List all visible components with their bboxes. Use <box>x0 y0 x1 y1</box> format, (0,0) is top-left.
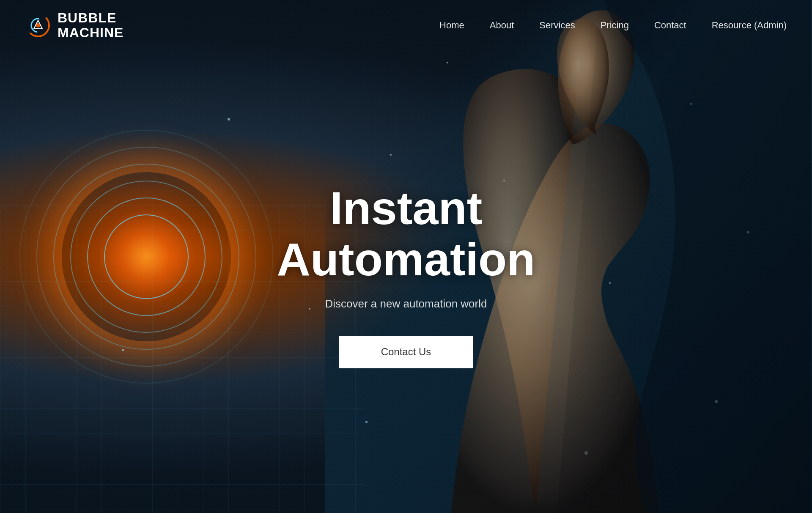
nav-item-services[interactable]: Services <box>539 20 575 31</box>
logo-icon <box>25 13 51 38</box>
nav-links: Home About Services Pricing Contact Reso… <box>439 20 787 31</box>
nav-item-home[interactable]: Home <box>439 20 464 31</box>
hero-content: Instant Automation Discover a new automa… <box>216 182 596 368</box>
cta-button[interactable]: Contact Us <box>339 336 474 368</box>
logo-name-line2: MACHINE <box>58 25 123 40</box>
nav-link-pricing[interactable]: Pricing <box>601 20 629 30</box>
nav-link-about[interactable]: About <box>490 20 514 30</box>
nav-link-home[interactable]: Home <box>439 20 464 30</box>
nav-link-contact[interactable]: Contact <box>654 20 686 30</box>
hero-title: Instant Automation <box>216 182 596 285</box>
hero-subtitle: Discover a new automation world <box>216 297 596 310</box>
nav-item-about[interactable]: About <box>490 20 514 31</box>
logo[interactable]: BUBBLE MACHINE <box>25 11 123 40</box>
nav-link-resource[interactable]: Resource (Admin) <box>712 20 787 30</box>
nav-link-services[interactable]: Services <box>539 20 575 30</box>
navbar: BUBBLE MACHINE Home About Services Prici… <box>0 0 812 51</box>
nav-item-pricing[interactable]: Pricing <box>601 20 629 31</box>
nav-item-contact[interactable]: Contact <box>654 20 686 31</box>
logo-text-group: BUBBLE MACHINE <box>58 11 123 40</box>
logo-name-line1: BUBBLE <box>58 11 123 25</box>
nav-item-resource[interactable]: Resource (Admin) <box>712 20 787 31</box>
